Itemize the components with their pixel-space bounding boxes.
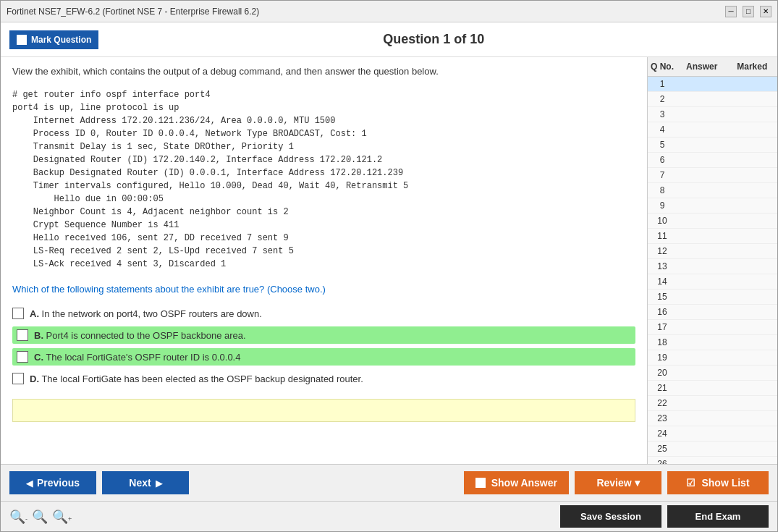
sidebar-marked (727, 396, 778, 410)
action-row: 🔍- 🔍 🔍+ Save Session End Exam (1, 501, 777, 531)
sidebar-row[interactable]: 1 (648, 77, 777, 92)
toolbar: Mark Question Question 1 of 10 (1, 22, 777, 57)
option-c-checkbox[interactable] (17, 351, 28, 363)
next-arrow-icon (156, 477, 162, 489)
window-controls: ─ □ ✕ (725, 6, 771, 17)
sidebar-q-no: 11 (648, 229, 677, 243)
option-b-checkbox[interactable] (17, 329, 28, 341)
sidebar-answer (677, 442, 727, 456)
question-intro: View the exhibit, which contains the out… (12, 66, 635, 77)
sidebar-row[interactable]: 16 (648, 305, 777, 320)
sidebar-row[interactable]: 6 (648, 153, 777, 168)
zoom-in-button[interactable]: 🔍+ (52, 509, 72, 525)
option-a-checkbox[interactable] (12, 308, 24, 319)
sidebar-marked (727, 426, 778, 441)
sidebar-marked (727, 274, 778, 289)
zoom-controls: 🔍- 🔍 🔍+ (9, 509, 72, 525)
sidebar-q-no: 17 (648, 320, 677, 334)
sidebar-row[interactable]: 11 (648, 229, 777, 244)
sidebar-q-no: 1 (648, 77, 677, 91)
sidebar-marked (727, 457, 778, 464)
minimize-button[interactable]: ─ (725, 6, 737, 17)
bottom-bar: Previous Next Show Answer Review ▾ ☑ Sho… (1, 464, 777, 531)
nav-row: Previous Next Show Answer Review ▾ ☑ Sho… (1, 465, 777, 501)
sidebar-row[interactable]: 17 (648, 320, 777, 335)
window-title: Fortinet NSE7_EFW-6.2 (Fortinet NSE 7 - … (7, 7, 259, 17)
sidebar-answer (677, 259, 727, 274)
sidebar-list[interactable]: 1234567891011121314151617181920212223242… (648, 77, 777, 464)
sidebar-row[interactable]: 15 (648, 290, 777, 305)
maximize-button[interactable]: □ (743, 6, 754, 17)
sidebar-row[interactable]: 20 (648, 366, 777, 381)
option-d-checkbox[interactable] (12, 373, 24, 384)
sidebar-answer (677, 244, 727, 258)
sidebar-row[interactable]: 26 (648, 457, 777, 464)
sidebar-q-no: 24 (648, 426, 677, 441)
sidebar-answer (677, 320, 727, 334)
sidebar: Q No. Answer Marked 12345678910111213141… (647, 57, 777, 464)
sidebar-row[interactable]: 13 (648, 259, 777, 274)
sidebar-q-no: 23 (648, 411, 677, 426)
sidebar-marked (727, 77, 778, 91)
sidebar-marked (727, 244, 778, 258)
question-area: View the exhibit, which contains the out… (1, 57, 647, 464)
sidebar-row[interactable]: 5 (648, 138, 777, 153)
sidebar-row[interactable]: 10 (648, 214, 777, 229)
close-button[interactable]: ✕ (760, 6, 771, 17)
sidebar-answer (677, 214, 727, 228)
show-answer-button[interactable]: Show Answer (464, 471, 569, 494)
sidebar-marked (727, 366, 778, 380)
zoom-out-button[interactable]: 🔍- (9, 509, 28, 525)
question-text-part2: are true? (Choose two.) (224, 284, 326, 295)
sidebar-row[interactable]: 23 (648, 411, 777, 426)
show-answer-label: Show Answer (491, 477, 557, 489)
mark-checkbox-icon (17, 35, 27, 45)
question-text: Which of the following statements about … (12, 284, 635, 295)
sidebar-row[interactable]: 4 (648, 122, 777, 138)
sidebar-row[interactable]: 12 (648, 244, 777, 259)
sidebar-row[interactable]: 7 (648, 168, 777, 183)
show-list-button[interactable]: ☑ Show List (667, 471, 769, 494)
sidebar-marked (727, 92, 778, 106)
zoom-normal-button[interactable]: 🔍 (32, 509, 48, 525)
sidebar-answer (677, 168, 727, 182)
review-dropdown-icon: ▾ (635, 477, 640, 489)
sidebar-answer (677, 350, 727, 365)
sidebar-marked (727, 290, 778, 304)
sidebar-row[interactable]: 25 (648, 442, 777, 457)
sidebar-row[interactable]: 9 (648, 198, 777, 214)
sidebar-row[interactable]: 8 (648, 183, 777, 198)
sidebar-row[interactable]: 18 (648, 335, 777, 350)
sidebar-q-no: 14 (648, 274, 677, 289)
sidebar-marked (727, 198, 778, 213)
review-button[interactable]: Review ▾ (575, 471, 661, 494)
end-exam-button[interactable]: End Exam (667, 505, 769, 528)
sidebar-q-no: 20 (648, 366, 677, 380)
sidebar-row[interactable]: 3 (648, 107, 777, 122)
sidebar-answer (677, 366, 727, 380)
save-session-button[interactable]: Save Session (560, 505, 661, 528)
sidebar-q-no: 22 (648, 396, 677, 410)
sidebar-answer (677, 107, 727, 122)
sidebar-row[interactable]: 21 (648, 381, 777, 396)
sidebar-answer (677, 122, 727, 137)
sidebar-row[interactable]: 19 (648, 350, 777, 366)
mark-question-button[interactable]: Mark Question (9, 30, 98, 49)
sidebar-row[interactable]: 2 (648, 92, 777, 107)
previous-button[interactable]: Previous (9, 471, 96, 494)
sidebar-answer (677, 229, 727, 243)
sidebar-q-no: 26 (648, 457, 677, 464)
save-session-label: Save Session (580, 511, 641, 522)
next-button[interactable]: Next (102, 471, 189, 494)
option-b-row: B. Port4 is connected to the OSPF backbo… (12, 326, 635, 344)
sidebar-answer (677, 198, 727, 213)
sidebar-marked (727, 229, 778, 243)
sidebar-marked (727, 183, 778, 198)
main-content: View the exhibit, which contains the out… (1, 57, 777, 464)
sidebar-row[interactable]: 24 (648, 426, 777, 442)
option-d-row: D. The local FortiGate has been elected … (12, 370, 635, 387)
sidebar-q-no: 5 (648, 138, 677, 152)
sidebar-row[interactable]: 14 (648, 274, 777, 290)
show-list-label: Show List (701, 477, 749, 489)
sidebar-row[interactable]: 22 (648, 396, 777, 411)
